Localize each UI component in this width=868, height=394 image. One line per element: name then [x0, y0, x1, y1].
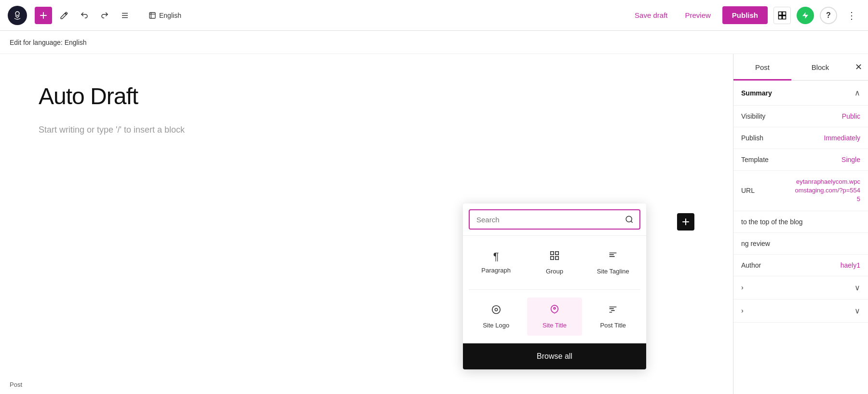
toolbar-right: Save draft Preview Publish ? ⋮ — [629, 6, 860, 25]
svg-rect-8 — [556, 252, 558, 255]
search-submit-button[interactable] — [619, 210, 639, 229]
summary-title: Summary — [741, 89, 772, 97]
block-item-site-logo[interactable]: Site Logo — [469, 298, 523, 336]
url-value[interactable]: eytanraphaelycom.wpcomstaging.com/?p=554… — [793, 177, 860, 204]
collapsible-header-1[interactable]: › ∨ — [733, 276, 868, 299]
post-title-icon — [608, 304, 618, 318]
site-logo-icon-picker — [491, 304, 502, 318]
add-block-toolbar-button[interactable] — [35, 7, 52, 24]
browse-all-button[interactable]: Browse all — [463, 343, 646, 369]
right-sidebar: Post Block ✕ Summary ∧ Visibility Public… — [733, 54, 868, 394]
block-search-area — [463, 204, 646, 236]
svg-rect-1 — [149, 13, 155, 18]
publish-row: Publish Immediately — [733, 127, 868, 149]
close-sidebar-button[interactable]: ✕ — [849, 54, 868, 80]
view-toggle-button[interactable] — [773, 7, 791, 24]
add-block-inline-button[interactable] — [677, 213, 694, 231]
collapsible-label-2: › — [741, 307, 744, 314]
block-item-paragraph[interactable]: ¶ Paragraph — [469, 244, 523, 282]
template-value[interactable]: Single — [841, 156, 860, 163]
publish-row-value[interactable]: Immediately — [824, 134, 860, 142]
collapsible-section-2: › ∨ — [733, 299, 868, 323]
collapsible-header-2[interactable]: › ∨ — [733, 299, 868, 322]
site-tagline-label: Site Tagline — [597, 268, 629, 275]
svg-point-13 — [554, 307, 556, 309]
template-label: Template — [741, 156, 769, 163]
tab-block[interactable]: Block — [791, 54, 849, 80]
svg-rect-10 — [556, 257, 558, 259]
svg-point-11 — [492, 306, 500, 314]
site-logo-label: Site Logo — [483, 322, 509, 329]
block-item-site-title[interactable]: Site Title — [527, 298, 582, 336]
more-options-button[interactable]: ⋮ — [843, 6, 860, 25]
tab-post[interactable]: Post — [733, 54, 791, 80]
visibility-value[interactable]: Public — [842, 112, 860, 120]
editor-placeholder[interactable]: Start writing or type '/' to insert a bl… — [39, 125, 694, 135]
svg-rect-3 — [783, 12, 786, 15]
author-value[interactable]: haely1 — [841, 261, 860, 269]
sidebar-content: Summary ∧ Visibility Public Publish Imme… — [733, 81, 868, 394]
toolbar-left — [8, 6, 133, 25]
search-input-wrap — [469, 209, 640, 230]
block-item-group[interactable]: Group — [527, 244, 582, 282]
svg-point-0 — [15, 12, 19, 15]
post-title[interactable]: Auto Draft — [39, 83, 694, 109]
list-view-button[interactable] — [117, 7, 133, 24]
publish-button[interactable]: Publish — [722, 6, 768, 24]
group-label: Group — [546, 268, 563, 275]
paragraph-label: Paragraph — [481, 267, 511, 274]
bottom-bar-text: Post — [10, 381, 22, 388]
site-title-icon — [549, 304, 560, 318]
svg-rect-9 — [551, 257, 554, 259]
site-title-label: Site Title — [542, 322, 567, 329]
site-logo-icon — [8, 6, 27, 25]
visibility-label: Visibility — [741, 112, 765, 120]
lightning-button[interactable] — [797, 7, 814, 24]
bottom-bar: Post — [0, 375, 32, 394]
editor-area[interactable]: Auto Draft Start writing or type '/' to … — [0, 54, 733, 394]
author-label: Author — [741, 261, 761, 269]
block-picker-popup: ¶ Paragraph Group — [463, 204, 646, 369]
help-button[interactable]: ? — [820, 7, 837, 24]
collapsible-label-1: › — [741, 284, 744, 291]
block-grid: ¶ Paragraph Group — [463, 236, 646, 289]
redo-button[interactable] — [96, 7, 113, 24]
lang-bar-text: Edit for language: English — [10, 39, 87, 46]
author-row: Author haely1 — [733, 255, 868, 276]
save-draft-button[interactable]: Save draft — [629, 7, 673, 23]
url-label: URL — [741, 187, 755, 194]
visibility-row: Visibility Public — [733, 106, 868, 127]
collapsible-chevron-1: ∨ — [854, 283, 860, 292]
summary-header[interactable]: Summary ∧ — [733, 81, 868, 106]
collapsible-chevron-2: ∨ — [854, 306, 860, 315]
sidebar-tabs: Post Block ✕ — [733, 54, 868, 81]
publish-row-label: Publish — [741, 134, 763, 142]
language-button[interactable]: English — [145, 8, 185, 23]
paragraph-icon: ¶ — [493, 250, 499, 263]
svg-rect-7 — [551, 252, 554, 255]
summary-section: Summary ∧ Visibility Public Publish Imme… — [733, 81, 868, 323]
preview-button[interactable]: Preview — [679, 7, 716, 23]
summary-chevron-icon: ∧ — [854, 88, 860, 97]
block-item-post-title[interactable]: Post Title — [586, 298, 640, 336]
group-icon — [549, 250, 560, 264]
svg-rect-5 — [783, 15, 786, 19]
language-label: English — [159, 12, 181, 19]
sticky-text: to the top of the blog — [741, 218, 803, 226]
main-layout: Auto Draft Start writing or type '/' to … — [0, 54, 868, 394]
pending-row: ng review — [733, 233, 868, 255]
edit-pen-button[interactable] — [56, 7, 72, 24]
block-item-site-tagline[interactable]: Site Tagline — [586, 244, 640, 282]
site-tagline-icon — [608, 250, 618, 264]
svg-point-6 — [626, 216, 632, 222]
svg-rect-4 — [779, 15, 782, 19]
block-search-input[interactable] — [470, 211, 619, 229]
url-row: URL eytanraphaelycom.wpcomstaging.com/?p… — [733, 171, 868, 211]
template-row: Template Single — [733, 149, 868, 171]
toolbar: English Save draft Preview Publish ? ⋮ — [0, 0, 868, 31]
sticky-row: to the top of the blog — [733, 211, 868, 233]
undo-button[interactable] — [76, 7, 93, 24]
svg-point-12 — [495, 308, 498, 311]
toolbar-center: English — [145, 8, 625, 23]
svg-rect-2 — [779, 12, 782, 15]
